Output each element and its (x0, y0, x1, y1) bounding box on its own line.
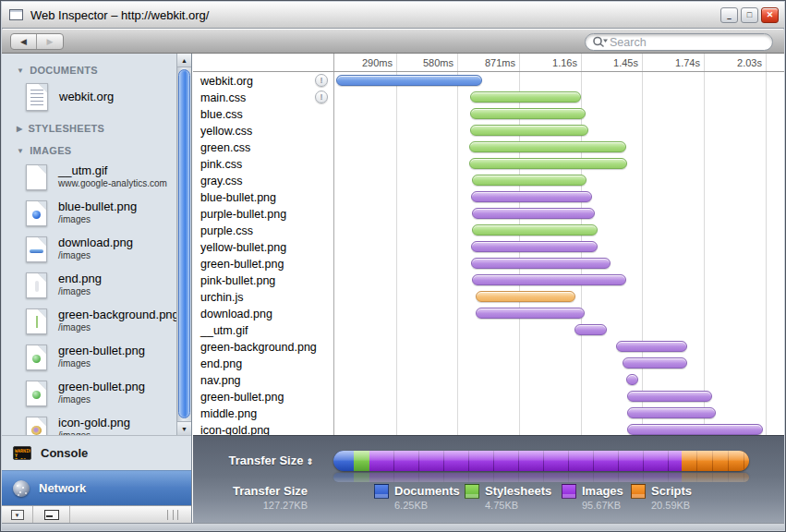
timeline-bar[interactable] (471, 258, 611, 269)
legend-item-script: Scripts20.59KB (631, 484, 692, 511)
scroll-up-arrow-icon[interactable]: ▲ (177, 54, 191, 67)
image-faint (26, 272, 47, 298)
timeline-bar[interactable] (469, 158, 627, 169)
toolbar: ◀ ▶ (2, 30, 784, 54)
sidebar-section-header[interactable]: ▼IMAGES (17, 145, 191, 156)
resource-row[interactable]: __utm.gif (193, 322, 784, 339)
sidebar-item[interactable]: __utm.gifwww.google-analytics.com (26, 162, 191, 192)
sidebar-item[interactable]: end.png/images (26, 270, 191, 300)
sidebar-section-header[interactable]: ▶STYLESHEETS (17, 123, 191, 134)
resource-row[interactable]: download.png (193, 306, 784, 322)
sidebar-sections: ▼DOCUMENTSwebkit.org▶STYLESHEETS▼IMAGES_… (2, 65, 191, 435)
panel-item-console[interactable]: Console (2, 435, 191, 470)
timeline-bar[interactable] (616, 341, 688, 352)
sidebar-item[interactable]: icon-gold.png/images (26, 414, 191, 435)
resource-row[interactable]: nav.png (193, 372, 784, 389)
resource-row[interactable]: end.png (193, 356, 784, 372)
timeline-bar[interactable] (472, 274, 627, 285)
timeline-bar[interactable] (471, 191, 592, 202)
resource-row[interactable]: blue.css (193, 106, 784, 123)
timeline-bar[interactable] (472, 224, 598, 236)
resource-name: end.png (200, 357, 242, 370)
resource-row[interactable]: yellow-bullet.png (193, 239, 784, 256)
timeline-bar[interactable] (469, 141, 626, 152)
sidebar-item[interactable]: webkit.org (26, 81, 191, 112)
sidebar-item[interactable]: green-bullet.png/images (26, 378, 191, 408)
sidebar-item[interactable]: blue-bullet.png/images (26, 198, 191, 228)
timeline-bar[interactable] (472, 208, 595, 219)
sidebar-item-text: green-background.png/images (58, 308, 179, 334)
resource-name: nav.png (200, 374, 241, 387)
forward-arrow-icon: ▶ (47, 37, 54, 46)
timeline-bar[interactable] (336, 75, 482, 86)
resource-row[interactable]: middle.png (193, 405, 784, 422)
disclosure-triangle-icon[interactable]: ▼ (17, 147, 24, 155)
search-input[interactable] (608, 35, 756, 50)
sidebar-item-text: webkit.org (59, 91, 114, 103)
resource-row[interactable]: main.css! (193, 90, 784, 106)
close-button[interactable]: ✕ (761, 7, 779, 23)
timeline-bar[interactable] (623, 357, 687, 369)
splitter-grip-icon[interactable] (167, 510, 178, 520)
timeline-bar[interactable] (627, 424, 763, 435)
console-toggle-button[interactable] (33, 506, 70, 524)
timeline-bar[interactable] (626, 374, 638, 385)
warning-icon[interactable]: ! (315, 74, 328, 87)
sidebar-item[interactable]: download.png/images (26, 234, 191, 264)
image-green-dot (26, 345, 47, 370)
forward-button[interactable]: ▶ (37, 34, 63, 49)
timeline-bar[interactable] (574, 324, 607, 335)
resource-row[interactable]: webkit.org! (193, 73, 784, 90)
timeline-bar[interactable] (470, 108, 586, 119)
resource-row[interactable]: pink-bullet.png (193, 272, 784, 289)
disclosure-triangle-icon[interactable]: ▼ (17, 66, 24, 75)
maximize-button[interactable]: □ (741, 7, 758, 23)
scroll-down-arrow-icon[interactable]: ▼ (177, 421, 191, 435)
sidebar-scrollbar[interactable]: ▲ ▼ (176, 54, 191, 435)
timeline-bar[interactable] (470, 91, 581, 103)
timeline-bar[interactable] (472, 175, 587, 186)
resource-name: blue-bullet.png (200, 191, 276, 204)
timeline-bar[interactable] (471, 241, 598, 252)
transfer-size-bar-reflection (333, 473, 749, 482)
sidebar-section-header[interactable]: ▼DOCUMENTS (17, 65, 191, 76)
timeline-bar[interactable] (476, 308, 585, 319)
resource-row[interactable]: icon-gold.png (193, 422, 784, 435)
timeline-bar[interactable] (627, 407, 716, 418)
disclosure-triangle-icon[interactable]: ▶ (17, 125, 22, 133)
resources-sidebar: ▼DOCUMENTSwebkit.org▶STYLESHEETS▼IMAGES_… (2, 54, 192, 435)
sidebar-item-name: webkit.org (59, 91, 114, 103)
search-field[interactable] (585, 33, 773, 51)
timeline-panel: 290ms580ms871ms1.16s1.45s1.74s2.03s webk… (193, 54, 784, 435)
summary-sort-label[interactable]: Transfer Size⇕ (193, 453, 313, 467)
resource-row[interactable]: blue-bullet.png (193, 189, 784, 206)
timeline-bar[interactable] (627, 391, 712, 402)
window-title: Web Inspector – http://webkit.org/ (30, 8, 209, 22)
resource-row[interactable]: yellow.css (193, 123, 784, 139)
resource-row[interactable]: green-bullet.png (193, 389, 784, 405)
resource-row[interactable]: purple-bullet.png (193, 206, 784, 223)
resource-name: pink.css (200, 158, 242, 171)
dock-button[interactable]: ▼ (2, 506, 33, 524)
resource-row[interactable]: green-bullet.png (193, 256, 784, 272)
panel-item-network[interactable]: Network (2, 470, 191, 505)
minimize-button[interactable]: – (720, 7, 738, 23)
resource-name: green-bullet.png (200, 258, 284, 271)
title-bar[interactable]: Web Inspector – http://webkit.org/ – □ ✕ (2, 2, 784, 29)
warning-icon[interactable]: ! (315, 91, 328, 103)
timeline-bar[interactable] (476, 291, 575, 302)
axis-tick-label: 871ms (462, 57, 515, 68)
timeline-bar[interactable] (470, 125, 588, 136)
resource-row[interactable]: urchin.js (193, 289, 784, 306)
resource-row[interactable]: pink.css (193, 156, 784, 173)
sidebar-item[interactable]: green-background.png/images (26, 306, 191, 336)
resource-row[interactable]: gray.css (193, 173, 784, 189)
sidebar-item[interactable]: green-bullet.png/images (26, 342, 191, 372)
back-button[interactable]: ◀ (11, 34, 37, 49)
resource-row[interactable]: green-background.png (193, 339, 784, 356)
legend-item-image: Images95.67KB (562, 484, 623, 511)
scrollbar-thumb[interactable] (178, 69, 190, 418)
resource-row[interactable]: purple.css (193, 223, 784, 239)
resource-row[interactable]: green.css (193, 139, 784, 156)
sidebar-section-label: IMAGES (30, 145, 71, 156)
